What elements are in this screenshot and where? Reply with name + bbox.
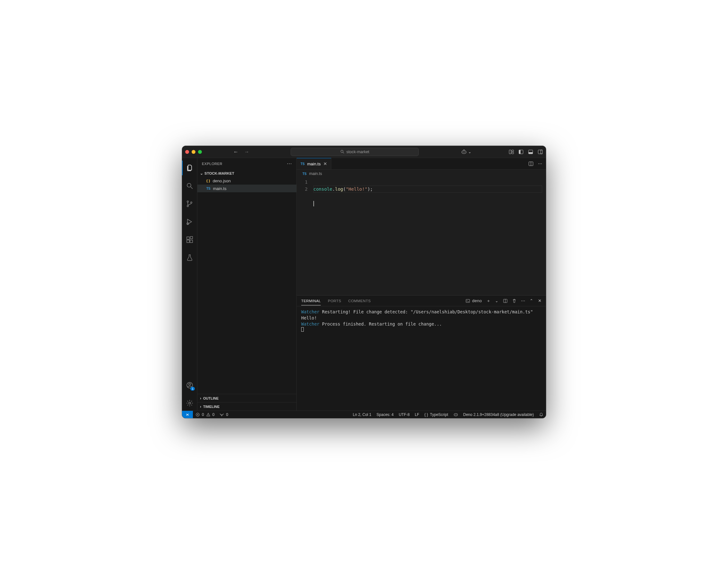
timeline-label: TIMELINE bbox=[203, 405, 219, 409]
play-bug-icon bbox=[186, 218, 194, 226]
activity-source-control[interactable] bbox=[182, 196, 197, 211]
svg-rect-11 bbox=[528, 152, 533, 154]
activity-explorer[interactable] bbox=[182, 161, 197, 175]
explorer-title: EXPLORER bbox=[202, 162, 222, 166]
sidebar: EXPLORER ⋯ ⌄ STOCK-MARKET { } deno.json … bbox=[197, 158, 297, 411]
panel-bottom-icon[interactable] bbox=[528, 149, 533, 154]
more-actions-icon[interactable]: ⋯ bbox=[287, 161, 292, 166]
title-bar: ← → stock-market ⌄ bbox=[182, 146, 546, 158]
svg-rect-5 bbox=[509, 150, 511, 154]
split-editor-icon[interactable] bbox=[528, 161, 534, 166]
language-label: TypeScript bbox=[430, 412, 448, 417]
command-center[interactable]: stock-market bbox=[291, 148, 419, 156]
terminal-line: Restarting! File change detected: "/User… bbox=[319, 309, 533, 314]
beaker-icon bbox=[186, 254, 194, 261]
status-ports[interactable]: 0 bbox=[217, 412, 231, 417]
split-terminal-icon[interactable] bbox=[503, 299, 508, 303]
terminal-cursor bbox=[301, 327, 304, 332]
svg-point-17 bbox=[187, 205, 188, 207]
bell-icon bbox=[539, 412, 543, 417]
terminal-output[interactable]: Watcher Restarting! File change detected… bbox=[297, 306, 546, 411]
status-notifications[interactable] bbox=[536, 412, 546, 417]
more-actions-icon[interactable]: ⋯ bbox=[538, 161, 542, 166]
more-actions-icon[interactable]: ⋯ bbox=[521, 298, 525, 303]
nav-forward-icon[interactable]: → bbox=[244, 149, 249, 155]
title-bar-actions bbox=[509, 149, 543, 154]
terminal-watcher-tag: Watcher bbox=[301, 309, 319, 314]
file-row-deno-json[interactable]: { } deno.json bbox=[197, 177, 296, 185]
activity-bar: 1 bbox=[182, 158, 197, 411]
bottom-panel: TERMINAL PORTS COMMENTS deno ＋ ⌄ ⋯ ⌃ bbox=[297, 295, 546, 411]
status-spaces[interactable]: Spaces: 4 bbox=[374, 412, 396, 417]
trash-icon[interactable] bbox=[512, 299, 517, 303]
activity-extensions[interactable] bbox=[182, 232, 197, 247]
close-icon[interactable]: ✕ bbox=[323, 161, 327, 166]
status-deno[interactable]: Deno 2.1.9+28834a8 (Upgrade available) bbox=[461, 412, 537, 417]
tab-label: main.ts bbox=[307, 162, 321, 166]
code-editor[interactable]: 1 2 console.log("Hello!"); bbox=[297, 178, 546, 295]
project-root[interactable]: ⌄ STOCK-MARKET bbox=[197, 170, 296, 177]
svg-rect-6 bbox=[512, 150, 514, 152]
timeline-section[interactable]: › TIMELINE bbox=[197, 402, 296, 411]
panel-right-icon[interactable] bbox=[538, 149, 543, 154]
activity-settings[interactable] bbox=[182, 396, 197, 411]
status-copilot[interactable] bbox=[451, 412, 461, 417]
extensions-icon bbox=[186, 236, 194, 244]
close-panel-icon[interactable]: ✕ bbox=[538, 298, 542, 303]
gear-icon bbox=[186, 399, 194, 407]
terminal-selector[interactable]: deno bbox=[466, 298, 482, 303]
svg-rect-13 bbox=[541, 150, 542, 154]
panel-tab-comments[interactable]: COMMENTS bbox=[348, 299, 371, 303]
file-row-main-ts[interactable]: TS main.ts bbox=[197, 185, 296, 192]
outline-label: OUTLINE bbox=[203, 396, 219, 400]
maximize-panel-icon[interactable]: ⌃ bbox=[530, 298, 533, 303]
port-count: 0 bbox=[226, 412, 228, 417]
svg-rect-20 bbox=[187, 237, 189, 239]
panel-tab-ports[interactable]: PORTS bbox=[328, 299, 341, 303]
chevron-down-icon: ⌄ bbox=[200, 171, 203, 176]
activity-run-debug[interactable] bbox=[182, 214, 197, 229]
status-cursor[interactable]: Ln 2, Col 1 bbox=[350, 412, 374, 417]
minimize-window-icon[interactable] bbox=[192, 150, 195, 154]
activity-search[interactable] bbox=[182, 178, 197, 193]
line-gutter: 1 2 bbox=[297, 178, 313, 295]
file-name: main.ts bbox=[213, 186, 227, 191]
search-icon bbox=[186, 182, 194, 190]
outline-section[interactable]: › OUTLINE bbox=[197, 394, 296, 402]
activity-testing[interactable] bbox=[182, 250, 197, 265]
svg-line-15 bbox=[191, 187, 193, 189]
copilot-button[interactable]: ⌄ bbox=[461, 149, 471, 155]
status-encoding[interactable]: UTF-8 bbox=[396, 412, 412, 417]
chevron-right-icon: › bbox=[200, 396, 201, 401]
panel-tab-terminal[interactable]: TERMINAL bbox=[301, 299, 321, 305]
layout-customize-icon[interactable] bbox=[509, 149, 514, 154]
svg-point-18 bbox=[190, 202, 192, 203]
svg-point-34 bbox=[208, 415, 208, 415]
maximize-window-icon[interactable] bbox=[198, 150, 202, 154]
chevron-down-icon[interactable]: ⌄ bbox=[495, 299, 498, 303]
line-number: 1 bbox=[297, 178, 308, 186]
code-content[interactable]: console.log("Hello!"); bbox=[313, 178, 546, 295]
status-eol[interactable]: LF bbox=[412, 412, 422, 417]
new-terminal-button[interactable]: ＋ bbox=[486, 298, 491, 304]
svg-rect-22 bbox=[190, 240, 193, 243]
braces-icon: { } bbox=[424, 412, 428, 417]
terminal-watcher-tag: Watcher bbox=[301, 321, 319, 327]
chevron-down-icon: ⌄ bbox=[468, 150, 471, 154]
nav-back-icon[interactable]: ← bbox=[233, 149, 238, 155]
json-file-icon: { } bbox=[206, 179, 210, 183]
terminal-line: Process finished. Restarting on file cha… bbox=[319, 321, 442, 327]
panel-left-icon[interactable] bbox=[518, 149, 524, 154]
svg-point-37 bbox=[456, 414, 457, 415]
activity-accounts[interactable]: 1 bbox=[182, 378, 197, 393]
remote-button[interactable] bbox=[182, 411, 193, 419]
workbench-body: 1 EXPLORER ⋯ ⌄ STOCK-MARKET { } deno.jso… bbox=[182, 158, 546, 411]
tab-main-ts[interactable]: TS main.ts ✕ bbox=[297, 158, 331, 169]
svg-point-3 bbox=[463, 152, 463, 152]
status-language[interactable]: { } TypeScript bbox=[422, 412, 451, 417]
close-window-icon[interactable] bbox=[185, 150, 189, 154]
status-problems[interactable]: 0 0 bbox=[193, 412, 217, 417]
editor-actions: ⋯ bbox=[525, 158, 546, 169]
svg-rect-35 bbox=[454, 413, 457, 416]
breadcrumb[interactable]: TS main.ts bbox=[297, 170, 546, 178]
